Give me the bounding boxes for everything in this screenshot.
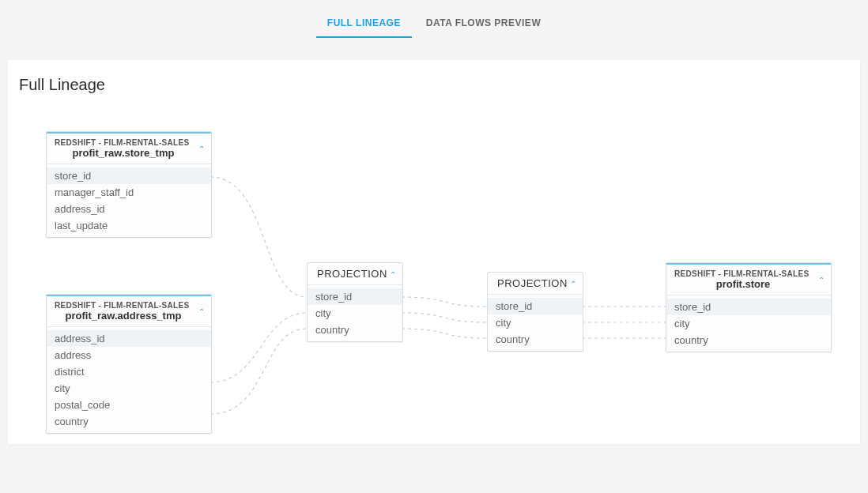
column-store-id[interactable]: store_id xyxy=(488,298,583,314)
chevron-up-icon[interactable]: ⌃ xyxy=(818,276,825,284)
column-country[interactable]: country xyxy=(666,332,831,348)
node-title: profit_raw.store_tmp xyxy=(55,147,192,159)
column-address-id[interactable]: address_id xyxy=(47,201,211,217)
node-fields: store_id city country xyxy=(488,295,583,351)
column-city[interactable]: city xyxy=(308,305,402,322)
chevron-up-icon[interactable]: ⌃ xyxy=(570,279,576,288)
node-store-tmp[interactable]: REDSHIFT - FILM-RENTAL-SALES profit_raw.… xyxy=(46,131,212,238)
tabs-bar: FULL LINEAGE DATA FLOWS PREVIEW xyxy=(0,13,868,38)
node-title: PROJECTION xyxy=(496,277,564,289)
node-address-tmp[interactable]: REDSHIFT - FILM-RENTAL-SALES profit_raw.… xyxy=(46,294,212,434)
column-store-id[interactable]: store_id xyxy=(308,288,402,305)
column-city[interactable]: city xyxy=(666,315,831,332)
lineage-canvas: REDSHIFT - FILM-RENTAL-SALES profit_raw.… xyxy=(8,60,860,444)
chevron-up-icon[interactable]: ⌃ xyxy=(198,145,205,153)
chevron-up-icon[interactable]: ⌃ xyxy=(390,269,396,278)
node-projection-2[interactable]: PROJECTION ⌃ store_id city country xyxy=(487,272,583,352)
column-country[interactable]: country xyxy=(488,331,583,348)
node-fields: address_id address district city postal_… xyxy=(47,327,211,433)
node-header: REDSHIFT - FILM-RENTAL-SALES profit_raw.… xyxy=(47,132,211,164)
node-source-label: REDSHIFT - FILM-RENTAL-SALES xyxy=(55,301,192,310)
column-country[interactable]: country xyxy=(47,413,211,430)
chevron-up-icon[interactable]: ⌃ xyxy=(198,307,205,316)
column-country[interactable]: country xyxy=(308,322,402,338)
node-title: profit_raw.address_tmp xyxy=(55,310,192,322)
column-address[interactable]: address xyxy=(47,347,211,363)
column-city[interactable]: city xyxy=(488,314,583,331)
node-header: REDSHIFT - FILM-RENTAL-SALES profit.stor… xyxy=(666,263,831,295)
tab-full-lineage[interactable]: FULL LINEAGE xyxy=(316,13,412,38)
node-fields: store_id manager_staff_id address_id las… xyxy=(47,164,211,237)
node-fields: store_id city country xyxy=(308,285,402,341)
column-manager-staff-id[interactable]: manager_staff_id xyxy=(47,184,211,201)
column-last-update[interactable]: last_update xyxy=(47,217,211,234)
node-title: profit.store xyxy=(674,278,812,290)
node-fields: store_id city country xyxy=(666,295,831,352)
node-source-label: REDSHIFT - FILM-RENTAL-SALES xyxy=(674,269,812,278)
column-store-id[interactable]: store_id xyxy=(47,167,211,184)
node-projection-1[interactable]: PROJECTION ⌃ store_id city country xyxy=(307,262,403,342)
node-title: PROJECTION xyxy=(315,268,383,280)
tab-data-flows-preview[interactable]: DATA FLOWS PREVIEW xyxy=(415,13,552,36)
column-city[interactable]: city xyxy=(47,380,211,397)
column-postal-code[interactable]: postal_code xyxy=(47,397,211,413)
node-header: PROJECTION ⌃ xyxy=(308,263,402,285)
node-source-label: REDSHIFT - FILM-RENTAL-SALES xyxy=(55,138,192,147)
node-header: PROJECTION ⌃ xyxy=(488,273,583,295)
node-header: REDSHIFT - FILM-RENTAL-SALES profit_raw.… xyxy=(47,295,211,327)
column-district[interactable]: district xyxy=(47,363,211,380)
column-store-id[interactable]: store_id xyxy=(666,299,831,315)
lineage-panel: Full Lineage xyxy=(8,60,860,444)
node-profit-store[interactable]: REDSHIFT - FILM-RENTAL-SALES profit.stor… xyxy=(666,262,832,352)
column-address-id[interactable]: address_id xyxy=(47,330,211,347)
